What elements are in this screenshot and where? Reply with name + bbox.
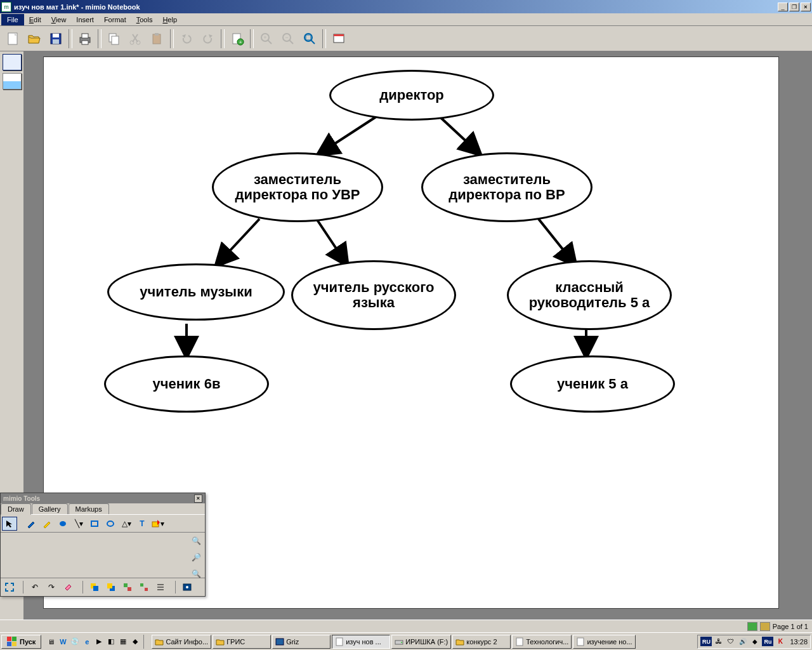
tool-back[interactable] xyxy=(103,580,119,594)
fullscreen-button[interactable] xyxy=(329,29,349,49)
svg-rect-60 xyxy=(577,638,584,646)
menu-format[interactable]: Format xyxy=(99,15,131,25)
tools-panel-close-button[interactable]: × xyxy=(194,494,202,503)
tool-eraser[interactable] xyxy=(60,580,75,594)
taskbar-item[interactable]: Сайт Инфо... xyxy=(152,635,211,649)
diagram-node-russian-teacher[interactable]: учитель русского языка xyxy=(291,260,456,330)
diagram-node-student-6v[interactable]: ученик 6в xyxy=(104,355,269,413)
svg-line-23 xyxy=(311,40,315,44)
status-chip-1 xyxy=(747,622,757,631)
status-chip-2 xyxy=(760,622,770,631)
tray-shield-icon[interactable]: 🛡 xyxy=(726,637,736,647)
tray-vol-icon[interactable]: 🔊 xyxy=(738,637,748,647)
tool-ellipse-fill[interactable] xyxy=(55,517,70,531)
taskbar-item[interactable]: ГРИС xyxy=(213,635,271,649)
tool-pen[interactable] xyxy=(23,517,39,531)
tool-reveal[interactable] xyxy=(180,580,195,594)
cut-button[interactable] xyxy=(126,29,146,49)
tool-zoom-out-icon[interactable]: 🔍 xyxy=(188,567,204,581)
paste-button[interactable] xyxy=(147,29,167,49)
page-thumbnail-2[interactable] xyxy=(3,73,22,90)
tools-panel-title: mimio Tools xyxy=(3,495,40,502)
open-button[interactable] xyxy=(24,29,44,49)
diagram-node-class-head-5a[interactable]: классный руководитель 5 а xyxy=(507,260,672,330)
zoom-fit-button[interactable] xyxy=(299,29,320,49)
ql-word-icon[interactable]: W xyxy=(57,636,69,647)
tools-panel-titlebar[interactable]: mimio Tools × xyxy=(1,493,205,503)
separator xyxy=(250,29,254,48)
diagram-node-student-5a[interactable]: ученик 5 а xyxy=(510,355,675,413)
taskbar-item[interactable]: Griz xyxy=(272,635,331,649)
print-button[interactable] xyxy=(75,29,95,49)
svg-rect-45 xyxy=(145,588,148,591)
tray-app-icon[interactable]: ◆ xyxy=(750,637,760,647)
ql-desktop-icon[interactable]: 🖥 xyxy=(45,636,56,647)
tool-ungroup[interactable] xyxy=(136,580,152,594)
menu-tools[interactable]: ToolsTools xyxy=(131,15,158,25)
ql-app3-icon[interactable]: ◆ xyxy=(129,636,141,647)
tray-lang-2[interactable]: Ru xyxy=(762,637,773,646)
tool-select-arrow[interactable] xyxy=(2,517,17,531)
tool-line[interactable]: ╲▾ xyxy=(71,517,86,531)
tool-rect[interactable] xyxy=(87,517,102,531)
taskbar-item[interactable]: изуч нов ... xyxy=(332,635,390,649)
tray-k-icon[interactable]: K xyxy=(775,637,785,647)
diagram-node-director[interactable]: директор xyxy=(329,70,494,121)
zoom-in-button[interactable]: + xyxy=(256,29,277,49)
separator xyxy=(69,29,72,48)
copy-button[interactable] xyxy=(104,29,124,49)
tab-markups[interactable]: Markups xyxy=(69,503,109,514)
close-button[interactable]: × xyxy=(801,3,811,11)
new-button[interactable] xyxy=(3,29,23,49)
tray-lang-1[interactable]: RU xyxy=(700,637,712,646)
mimio-tools-panel[interactable]: mimio Tools × Draw Gallery Markups ╲▾ △▾… xyxy=(0,493,206,597)
tray-net-icon[interactable]: 🖧 xyxy=(714,637,724,647)
ql-app1-icon[interactable]: ◧ xyxy=(105,636,117,647)
menu-file[interactable]: File xyxy=(1,14,24,25)
insert-page-button[interactable]: + xyxy=(227,29,247,49)
ql-disc-icon[interactable]: 💿 xyxy=(69,636,81,647)
taskbar-item[interactable]: Технологич... xyxy=(512,635,572,649)
tool-zoom-reset-icon[interactable]: 🔎 xyxy=(188,550,204,564)
taskbar-item[interactable]: изучение но... xyxy=(573,635,635,649)
tool-ellipse[interactable] xyxy=(103,517,118,531)
menu-edit[interactable]: EEditdit xyxy=(24,15,46,25)
tool-rotate-right[interactable]: ↷ xyxy=(44,580,59,594)
svg-line-17 xyxy=(268,40,272,44)
redo-button[interactable] xyxy=(198,29,218,49)
svg-rect-5 xyxy=(82,34,88,38)
undo-button[interactable] xyxy=(176,29,197,49)
tool-highlighter[interactable] xyxy=(39,517,55,531)
diagram-node-deputy-vr[interactable]: заместитель директора по ВР xyxy=(421,152,593,222)
svg-line-31 xyxy=(539,219,577,267)
menu-insert[interactable]: Insert xyxy=(71,15,99,25)
tab-draw[interactable]: Draw xyxy=(1,503,31,515)
tool-import[interactable]: ▾ xyxy=(150,517,166,531)
diagram-node-music-teacher[interactable]: учитель музыки xyxy=(107,263,285,321)
ql-app2-icon[interactable]: ▦ xyxy=(117,636,129,647)
tray-clock[interactable]: 13:28 xyxy=(787,638,808,646)
tool-zoom-in-icon[interactable]: 🔍 xyxy=(188,534,204,548)
page-thumbnail-1[interactable] xyxy=(3,54,22,70)
zoom-out-button[interactable]: − xyxy=(278,29,298,49)
taskbar-item[interactable]: ИРИШКА (F:) xyxy=(391,635,451,649)
taskbar-item[interactable]: конкурс 2 xyxy=(452,635,511,649)
tool-text[interactable]: T xyxy=(134,517,150,531)
tool-align[interactable] xyxy=(153,580,168,594)
minimize-button[interactable]: _ xyxy=(778,3,788,11)
tab-gallery[interactable]: Gallery xyxy=(32,503,68,514)
tool-triangle[interactable]: △▾ xyxy=(119,517,134,531)
tool-front[interactable] xyxy=(87,580,102,594)
diagram-node-deputy-uvr[interactable]: заместитель директора по УВР xyxy=(212,152,383,222)
tool-fullscreen[interactable] xyxy=(2,580,17,594)
tool-group[interactable] xyxy=(120,580,135,594)
save-button[interactable] xyxy=(46,29,66,49)
menu-help[interactable]: HelpHelp xyxy=(157,15,182,25)
ql-ie-icon[interactable]: e xyxy=(81,636,93,647)
menu-view[interactable]: ViewView xyxy=(46,15,72,25)
tool-rotate-left[interactable]: ↶ xyxy=(27,580,43,594)
maximize-button[interactable]: ❐ xyxy=(789,3,799,11)
start-button[interactable]: Пуск xyxy=(1,635,41,649)
ql-media-icon[interactable]: ▶ xyxy=(93,636,105,647)
taskbar-item-label: Технологич... xyxy=(526,638,568,646)
